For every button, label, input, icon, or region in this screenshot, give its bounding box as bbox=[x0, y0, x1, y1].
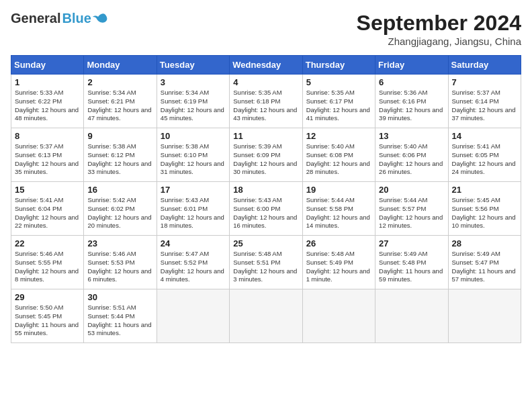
day-number: 12 bbox=[306, 131, 371, 141]
calendar-cell-30: 30 Sunrise: 5:51 AM Sunset: 5:44 PM Dayl… bbox=[84, 289, 157, 343]
day-number: 11 bbox=[233, 131, 298, 141]
calendar-cell-29: 29 Sunrise: 5:50 AM Sunset: 5:45 PM Dayl… bbox=[11, 289, 84, 343]
calendar-cell-empty-4-2 bbox=[157, 289, 229, 343]
day-info: Sunrise: 5:37 AM Sunset: 6:13 PM Dayligh… bbox=[15, 142, 80, 177]
calendar-cell-5: 5 Sunrise: 5:35 AM Sunset: 6:17 PM Dayli… bbox=[302, 75, 375, 128]
day-info: Sunrise: 5:38 AM Sunset: 6:10 PM Dayligh… bbox=[161, 142, 226, 177]
calendar-cell-27: 27 Sunrise: 5:49 AM Sunset: 5:48 PM Dayl… bbox=[375, 236, 448, 289]
day-info: Sunrise: 5:41 AM Sunset: 6:04 PM Dayligh… bbox=[15, 196, 80, 230]
day-info: Sunrise: 5:38 AM Sunset: 6:12 PM Dayligh… bbox=[87, 142, 152, 177]
weekday-header-row: Sunday Monday Tuesday Wednesday Thursday… bbox=[11, 56, 521, 75]
logo: General Blue bbox=[11, 11, 107, 26]
calendar-cell-18: 18 Sunrise: 5:43 AM Sunset: 6:00 PM Dayl… bbox=[230, 182, 302, 236]
day-number: 13 bbox=[379, 131, 444, 141]
day-number: 15 bbox=[15, 185, 80, 195]
day-number: 16 bbox=[87, 185, 152, 195]
day-info: Sunrise: 5:50 AM Sunset: 5:45 PM Dayligh… bbox=[15, 304, 80, 338]
calendar-cell-8: 8 Sunrise: 5:37 AM Sunset: 6:13 PM Dayli… bbox=[11, 128, 84, 182]
day-number: 4 bbox=[233, 77, 298, 87]
day-info: Sunrise: 5:34 AM Sunset: 6:21 PM Dayligh… bbox=[87, 89, 152, 123]
calendar-cell-6: 6 Sunrise: 5:36 AM Sunset: 6:16 PM Dayli… bbox=[375, 75, 448, 128]
header-tuesday: Tuesday bbox=[157, 56, 229, 75]
day-number: 2 bbox=[87, 77, 152, 87]
day-number: 22 bbox=[15, 238, 80, 248]
day-info: Sunrise: 5:46 AM Sunset: 5:53 PM Dayligh… bbox=[87, 250, 152, 284]
week-row-1: 1 Sunrise: 5:33 AM Sunset: 6:22 PM Dayli… bbox=[11, 75, 521, 128]
week-row-3: 15 Sunrise: 5:41 AM Sunset: 6:04 PM Dayl… bbox=[11, 182, 521, 236]
calendar-cell-12: 12 Sunrise: 5:40 AM Sunset: 6:08 PM Dayl… bbox=[302, 128, 375, 182]
header-sunday: Sunday bbox=[11, 56, 84, 75]
calendar-cell-1: 1 Sunrise: 5:33 AM Sunset: 6:22 PM Dayli… bbox=[11, 75, 84, 128]
calendar-cell-empty-4-3 bbox=[230, 289, 302, 343]
logo-blue: Blue bbox=[62, 11, 91, 26]
calendar-table: Sunday Monday Tuesday Wednesday Thursday… bbox=[11, 55, 521, 343]
day-info: Sunrise: 5:35 AM Sunset: 6:18 PM Dayligh… bbox=[233, 89, 298, 123]
calendar-cell-21: 21 Sunrise: 5:45 AM Sunset: 5:56 PM Dayl… bbox=[448, 182, 521, 236]
day-number: 18 bbox=[233, 185, 298, 195]
calendar-cell-11: 11 Sunrise: 5:39 AM Sunset: 6:09 PM Dayl… bbox=[230, 128, 302, 182]
day-info: Sunrise: 5:45 AM Sunset: 5:56 PM Dayligh… bbox=[452, 196, 517, 230]
day-info: Sunrise: 5:40 AM Sunset: 6:08 PM Dayligh… bbox=[306, 142, 371, 177]
title-area: September 2024 Zhangjiagang, Jiangsu, Ch… bbox=[357, 11, 521, 47]
day-number: 1 bbox=[15, 77, 80, 87]
day-info: Sunrise: 5:37 AM Sunset: 6:14 PM Dayligh… bbox=[452, 89, 517, 123]
day-number: 19 bbox=[306, 185, 371, 195]
header-wednesday: Wednesday bbox=[230, 56, 302, 75]
calendar-cell-24: 24 Sunrise: 5:47 AM Sunset: 5:52 PM Dayl… bbox=[157, 236, 229, 289]
day-info: Sunrise: 5:34 AM Sunset: 6:19 PM Dayligh… bbox=[161, 89, 226, 123]
day-number: 17 bbox=[161, 185, 226, 195]
day-info: Sunrise: 5:42 AM Sunset: 6:02 PM Dayligh… bbox=[87, 196, 152, 230]
calendar-cell-empty-4-6 bbox=[448, 289, 521, 343]
location-subtitle: Zhangjiagang, Jiangsu, China bbox=[357, 36, 521, 47]
calendar-cell-15: 15 Sunrise: 5:41 AM Sunset: 6:04 PM Dayl… bbox=[11, 182, 84, 236]
day-number: 8 bbox=[15, 131, 80, 141]
calendar-cell-20: 20 Sunrise: 5:44 AM Sunset: 5:57 PM Dayl… bbox=[375, 182, 448, 236]
day-number: 30 bbox=[87, 292, 152, 302]
day-number: 5 bbox=[306, 77, 371, 87]
logo-bird-icon bbox=[93, 13, 107, 25]
calendar-cell-10: 10 Sunrise: 5:38 AM Sunset: 6:10 PM Dayl… bbox=[157, 128, 229, 182]
day-info: Sunrise: 5:48 AM Sunset: 5:51 PM Dayligh… bbox=[233, 250, 298, 284]
month-title: September 2024 bbox=[357, 11, 521, 36]
header-monday: Monday bbox=[84, 56, 157, 75]
day-number: 14 bbox=[452, 131, 517, 141]
calendar-cell-25: 25 Sunrise: 5:48 AM Sunset: 5:51 PM Dayl… bbox=[230, 236, 302, 289]
header-saturday: Saturday bbox=[448, 56, 521, 75]
day-number: 26 bbox=[306, 238, 371, 248]
day-info: Sunrise: 5:49 AM Sunset: 5:47 PM Dayligh… bbox=[452, 250, 517, 284]
day-info: Sunrise: 5:43 AM Sunset: 6:01 PM Dayligh… bbox=[161, 196, 226, 230]
day-number: 9 bbox=[87, 131, 152, 141]
calendar-cell-7: 7 Sunrise: 5:37 AM Sunset: 6:14 PM Dayli… bbox=[448, 75, 521, 128]
calendar-cell-4: 4 Sunrise: 5:35 AM Sunset: 6:18 PM Dayli… bbox=[230, 75, 302, 128]
day-number: 24 bbox=[161, 238, 226, 248]
day-number: 7 bbox=[452, 77, 517, 87]
day-number: 27 bbox=[379, 238, 444, 248]
day-info: Sunrise: 5:47 AM Sunset: 5:52 PM Dayligh… bbox=[161, 250, 226, 284]
day-number: 21 bbox=[452, 185, 517, 195]
calendar-cell-empty-4-4 bbox=[302, 289, 375, 343]
day-number: 6 bbox=[379, 77, 444, 87]
week-row-5: 29 Sunrise: 5:50 AM Sunset: 5:45 PM Dayl… bbox=[11, 289, 521, 343]
day-number: 28 bbox=[452, 238, 517, 248]
calendar-cell-22: 22 Sunrise: 5:46 AM Sunset: 5:55 PM Dayl… bbox=[11, 236, 84, 289]
calendar-cell-28: 28 Sunrise: 5:49 AM Sunset: 5:47 PM Dayl… bbox=[448, 236, 521, 289]
day-info: Sunrise: 5:48 AM Sunset: 5:49 PM Dayligh… bbox=[306, 250, 371, 284]
page-header: General Blue September 2024 Zhangjiagang… bbox=[11, 11, 521, 47]
week-row-4: 22 Sunrise: 5:46 AM Sunset: 5:55 PM Dayl… bbox=[11, 236, 521, 289]
day-info: Sunrise: 5:36 AM Sunset: 6:16 PM Dayligh… bbox=[379, 89, 444, 123]
day-info: Sunrise: 5:44 AM Sunset: 5:58 PM Dayligh… bbox=[306, 196, 371, 230]
calendar-cell-9: 9 Sunrise: 5:38 AM Sunset: 6:12 PM Dayli… bbox=[84, 128, 157, 182]
calendar-cell-19: 19 Sunrise: 5:44 AM Sunset: 5:58 PM Dayl… bbox=[302, 182, 375, 236]
day-number: 10 bbox=[161, 131, 226, 141]
day-info: Sunrise: 5:39 AM Sunset: 6:09 PM Dayligh… bbox=[233, 142, 298, 177]
day-number: 25 bbox=[233, 238, 298, 248]
header-friday: Friday bbox=[375, 56, 448, 75]
calendar-cell-14: 14 Sunrise: 5:41 AM Sunset: 6:05 PM Dayl… bbox=[448, 128, 521, 182]
day-info: Sunrise: 5:49 AM Sunset: 5:48 PM Dayligh… bbox=[379, 250, 444, 284]
calendar-cell-17: 17 Sunrise: 5:43 AM Sunset: 6:01 PM Dayl… bbox=[157, 182, 229, 236]
day-info: Sunrise: 5:41 AM Sunset: 6:05 PM Dayligh… bbox=[452, 142, 517, 177]
week-row-2: 8 Sunrise: 5:37 AM Sunset: 6:13 PM Dayli… bbox=[11, 128, 521, 182]
day-info: Sunrise: 5:40 AM Sunset: 6:06 PM Dayligh… bbox=[379, 142, 444, 177]
calendar-cell-23: 23 Sunrise: 5:46 AM Sunset: 5:53 PM Dayl… bbox=[84, 236, 157, 289]
day-info: Sunrise: 5:33 AM Sunset: 6:22 PM Dayligh… bbox=[15, 89, 80, 123]
